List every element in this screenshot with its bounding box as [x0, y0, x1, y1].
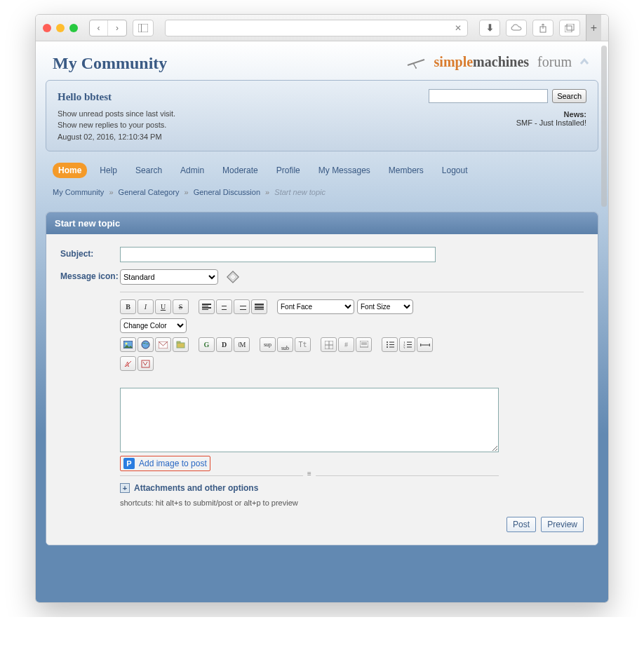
bbc-italic-button[interactable]: I — [137, 299, 154, 314]
menu-logout[interactable]: Logout — [436, 163, 474, 178]
url-bar[interactable]: ✕ — [165, 20, 468, 36]
add-image-link[interactable]: Add image to post — [139, 459, 207, 468]
new-tab-button[interactable]: + — [586, 15, 601, 41]
bbc-marquee-button[interactable]: ⟨M — [234, 337, 250, 352]
bbc-email-button[interactable] — [155, 337, 171, 352]
unread-posts-link[interactable]: Show unread posts since last visit. — [58, 109, 175, 118]
preview-button[interactable]: Preview — [541, 517, 584, 532]
message-icon-label: Message icon: — [60, 269, 120, 281]
forum-header: My Community simplemachines forum — [46, 41, 598, 77]
svg-line-6 — [408, 60, 424, 65]
bbc-code-button[interactable]: # — [338, 337, 354, 352]
scrollbar-thumb[interactable] — [601, 46, 607, 207]
table-icon — [325, 341, 333, 349]
crumb-board[interactable]: General Discussion — [194, 188, 260, 196]
image-icon — [123, 341, 133, 348]
message-textarea[interactable] — [120, 388, 499, 452]
bbc-table-button[interactable] — [321, 337, 337, 352]
bbc-list-ul-button[interactable] — [382, 337, 398, 352]
menu-help[interactable]: Help — [94, 163, 123, 178]
bbc-image-button[interactable] — [120, 337, 136, 352]
browser-toolbar: ‹ › ✕ ⬇ + — [36, 15, 608, 41]
bbc-ftp-button[interactable] — [173, 337, 189, 352]
bbc-toggle-view-button[interactable] — [137, 356, 154, 371]
bbc-sup-button[interactable]: sup — [260, 337, 276, 352]
expand-attachments-button[interactable]: + — [120, 483, 130, 493]
maximize-window-button[interactable] — [69, 24, 78, 32]
menu-profile[interactable]: Profile — [271, 163, 306, 178]
bbc-sub-button[interactable]: sub — [277, 337, 293, 352]
logo-simple: simple — [434, 54, 474, 69]
site-title[interactable]: My Community — [53, 54, 167, 73]
postimage-icon: P — [123, 458, 135, 469]
svg-text:3: 3 — [403, 346, 405, 348]
subject-input[interactable] — [120, 247, 436, 262]
xx-icon — [226, 270, 240, 284]
stop-reload-icon[interactable]: ✕ — [455, 23, 462, 33]
message-icon-preview — [225, 269, 241, 285]
bbc-shadow-button[interactable]: D — [216, 337, 232, 352]
collapse-header-button[interactable] — [579, 56, 591, 69]
news-text: SMF - Just Installed! — [516, 118, 586, 127]
sidebar-toggle-button[interactable] — [133, 20, 154, 36]
bbc-preformat-button[interactable] — [251, 299, 267, 314]
svg-point-13 — [142, 341, 149, 348]
bbc-list-ol-button[interactable]: 123 — [399, 337, 415, 352]
sidebar-icon — [138, 24, 148, 32]
change-color-select[interactable]: Change Color — [120, 318, 187, 333]
close-window-button[interactable] — [43, 24, 51, 32]
menu-search[interactable]: Search — [130, 163, 168, 178]
menu-members[interactable]: Members — [383, 163, 429, 178]
quote-icon — [360, 341, 368, 348]
tabs-button[interactable] — [559, 20, 580, 36]
bbc-url-button[interactable] — [137, 337, 154, 352]
bbc-align-left-button[interactable] — [199, 299, 215, 314]
font-size-select[interactable]: Font Size — [357, 299, 413, 314]
bbc-strike-button[interactable]: S — [173, 299, 189, 314]
add-image-highlight: P Add image to post — [120, 456, 210, 471]
textarea-resize-grip[interactable] — [120, 475, 499, 476]
menu-admin[interactable]: Admin — [175, 163, 210, 178]
crumb-category[interactable]: General Category — [119, 188, 180, 196]
share-button[interactable] — [532, 20, 554, 36]
downloads-button[interactable]: ⬇ — [479, 20, 500, 36]
globe-icon — [141, 340, 150, 349]
hr-icon — [420, 343, 430, 347]
post-button[interactable]: Post — [507, 517, 536, 532]
svg-rect-4 — [565, 26, 572, 32]
svg-rect-5 — [567, 24, 574, 30]
menu-home[interactable]: Home — [53, 163, 87, 178]
attachments-label[interactable]: Attachments and other options — [134, 483, 258, 493]
toggle-icon — [141, 360, 150, 368]
font-face-select[interactable]: Font Face — [277, 299, 354, 314]
forward-button[interactable]: › — [108, 20, 126, 36]
search-input[interactable] — [429, 89, 548, 103]
cloud-button[interactable] — [506, 20, 527, 36]
bbc-align-center-button[interactable] — [216, 299, 232, 314]
svg-rect-0 — [138, 24, 148, 32]
minimize-window-button[interactable] — [56, 24, 65, 32]
bbc-quote-button[interactable] — [356, 337, 372, 352]
bbc-teletype-button[interactable]: Tt — [295, 337, 311, 352]
menu-moderate[interactable]: Moderate — [217, 163, 264, 178]
bbc-underline-button[interactable]: U — [155, 299, 171, 314]
ftp-icon — [176, 341, 185, 348]
browser-window: ‹ › ✕ ⬇ + My Community simplemachine — [35, 14, 609, 603]
smf-logo-icon — [406, 55, 427, 69]
bbc-glow-button[interactable]: G — [199, 337, 215, 352]
share-icon — [539, 23, 547, 33]
bbc-hr-button[interactable] — [417, 337, 433, 352]
logo-forum: forum — [537, 54, 572, 70]
bbc-remove-format-button[interactable]: A — [120, 356, 136, 371]
message-icon-select[interactable]: Standard — [120, 269, 218, 285]
search-button[interactable]: Search — [552, 89, 586, 103]
chevron-up-icon — [579, 56, 590, 67]
smf-logo[interactable]: simplemachines forum — [406, 54, 572, 70]
new-replies-link[interactable]: Show new replies to your posts. — [58, 121, 166, 129]
bbc-align-right-button[interactable] — [234, 299, 250, 314]
back-button[interactable]: ‹ — [90, 20, 108, 36]
menu-messages[interactable]: My Messages — [313, 163, 376, 178]
editor-toolbar: B I U S Font Face — [120, 292, 584, 532]
bbc-bold-button[interactable]: B — [120, 299, 136, 314]
crumb-community[interactable]: My Community — [53, 188, 104, 196]
